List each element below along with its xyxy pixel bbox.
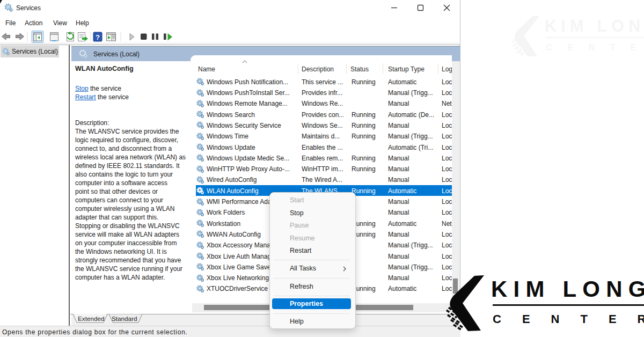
svg-text:Standard: Standard bbox=[112, 315, 137, 322]
svg-text:Extended: Extended bbox=[78, 315, 104, 322]
svg-text:?: ? bbox=[96, 33, 100, 41]
